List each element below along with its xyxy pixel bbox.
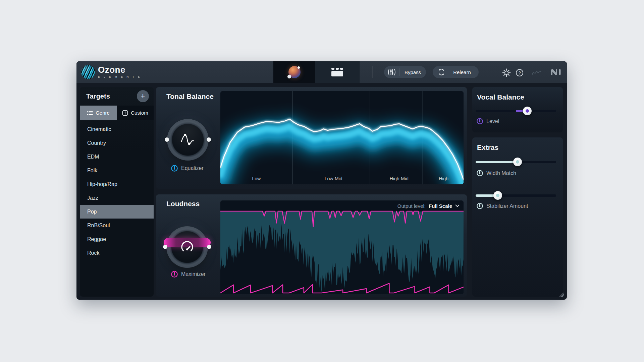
ozone-logo: Ozone E L E M E N T S <box>98 65 141 78</box>
bypass-label: Bypass <box>399 69 426 75</box>
extras-title: Extras <box>477 143 498 152</box>
tonal-balance-title: Tonal Balance <box>166 93 214 101</box>
band-left-dot <box>163 245 167 249</box>
slider-handle[interactable] <box>493 191 502 200</box>
ni-logo-icon[interactable] <box>550 68 562 76</box>
targets-title: Targets <box>86 93 110 100</box>
loudness-panel: Loudness Maximizer Output level: <box>156 194 467 297</box>
tonal-balance-graph: LowLow-MidHigh-MidHigh <box>220 91 464 184</box>
target-type-tabs: Genre Custom <box>80 106 154 120</box>
band-label-low: Low <box>252 176 261 181</box>
ozone-logo-icon <box>81 65 95 79</box>
vocal-level-label: Level <box>486 118 499 124</box>
genre-item-reggae[interactable]: Reggae <box>80 232 154 246</box>
output-level-dropdown[interactable]: Output level: Full Scale <box>397 201 460 210</box>
vocal-level-slider[interactable] <box>472 107 563 115</box>
tonal-balance-panel: Tonal Balance Equalizer <box>156 87 467 189</box>
band-label-high: High <box>439 176 448 181</box>
module-chain-icon <box>331 68 343 76</box>
stabilizer-power-icon[interactable] <box>476 202 483 209</box>
stabilizer-row: Stabilizer Amount <box>476 202 528 209</box>
maximizer-knob[interactable] <box>166 226 208 268</box>
stabilizer-amount-slider[interactable] <box>472 191 563 200</box>
genre-item-pop[interactable]: Pop <box>80 205 154 219</box>
genre-item-hip-hop-rap[interactable]: Hip-hop/Rap <box>80 177 154 191</box>
knob-min-dot <box>165 137 169 142</box>
output-level-value: Full Scale <box>429 203 452 209</box>
spectrum-curve <box>220 91 464 184</box>
tab-module-chain[interactable] <box>315 61 360 83</box>
output-level-label: Output level: <box>397 203 426 209</box>
slider-handle[interactable] <box>523 107 532 115</box>
knob-max-dot <box>207 137 211 142</box>
svg-text:?: ? <box>518 70 521 75</box>
genre-item-rock[interactable]: Rock <box>80 246 154 260</box>
signal-scribble-icon[interactable] <box>532 69 542 76</box>
genre-item-edm[interactable]: EDM <box>80 150 154 164</box>
bypass-button[interactable]: Bypass <box>384 66 426 78</box>
genre-tab-label: Genre <box>96 110 110 116</box>
genre-item-rnb-soul[interactable]: RnB/Soul <box>80 219 154 232</box>
stabilizer-label: Stabilizer Amount <box>486 203 528 209</box>
width-match-label: Width Match <box>486 170 516 176</box>
custom-add-icon <box>122 110 128 116</box>
relearn-button[interactable]: Relearn <box>433 66 479 78</box>
vocal-balance-title: Vocal Balance <box>477 93 524 101</box>
genre-item-country[interactable]: Country <box>80 136 154 150</box>
vocal-balance-panel: Vocal Balance Level <box>472 87 563 132</box>
chevron-down-icon <box>455 204 460 207</box>
topbar: Ozone E L E M E N T S <box>76 61 567 83</box>
equalizer-power-icon[interactable] <box>171 165 178 172</box>
tab-master-assistant[interactable] <box>273 61 315 83</box>
maximizer-label: Maximizer <box>181 271 206 277</box>
tab-custom[interactable]: Custom <box>117 106 154 120</box>
loudness-waveform <box>220 200 464 294</box>
resize-grip[interactable] <box>559 292 564 297</box>
maximizer-power-row: Maximizer <box>171 270 206 278</box>
eq-curve-icon <box>180 132 196 146</box>
view-tabstrip <box>273 61 360 83</box>
add-target-button[interactable]: + <box>137 90 149 102</box>
slider-handle[interactable] <box>513 158 522 166</box>
genre-item-jazz[interactable]: Jazz <box>80 191 154 205</box>
relearn-label: Relearn <box>445 69 479 75</box>
equalizer-knob[interactable] <box>167 119 209 161</box>
app-title: Ozone <box>98 65 141 74</box>
genre-list: CinematicCountryEDMFolkHip-hop/RapJazzPo… <box>80 122 154 260</box>
loudness-title: Loudness <box>166 200 200 208</box>
targets-sidebar: Targets + Genre Custom <box>80 87 154 297</box>
tab-genre[interactable]: Genre <box>80 106 117 120</box>
width-match-power-icon[interactable] <box>476 170 483 177</box>
equalizer-power-row: Equalizer <box>171 165 204 172</box>
width-match-slider[interactable] <box>472 158 563 166</box>
band-right-dot <box>207 245 211 249</box>
relearn-icon <box>437 68 445 76</box>
vocal-level-row: Level <box>476 118 499 125</box>
topbar-right-divider <box>546 67 546 77</box>
custom-tab-label: Custom <box>131 110 148 116</box>
genre-item-cinematic[interactable]: Cinematic <box>80 122 154 136</box>
equalizer-label: Equalizer <box>181 165 204 171</box>
gauge-icon <box>180 240 195 252</box>
width-match-row: Width Match <box>476 170 516 177</box>
genre-list-icon <box>87 111 93 115</box>
topbar-divider <box>372 66 373 78</box>
loudness-graph: Output level: Full Scale <box>220 200 464 294</box>
settings-gear-icon[interactable] <box>502 68 511 77</box>
bypass-icon <box>387 68 396 76</box>
ozone-window: Ozone E L E M E N T S <box>76 61 567 300</box>
app-subtitle: E L E M E N T S <box>98 75 141 78</box>
vocal-power-icon[interactable] <box>476 118 483 125</box>
help-icon[interactable]: ? <box>515 68 524 77</box>
master-assistant-icon <box>288 66 301 78</box>
genre-item-folk[interactable]: Folk <box>80 164 154 177</box>
band-label-low-mid: Low-Mid <box>325 176 342 181</box>
maximizer-power-icon[interactable] <box>171 270 178 278</box>
band-label-high-mid: High-Mid <box>390 176 409 181</box>
extras-panel: Extras Width Match Stabilizer Amount <box>472 137 563 297</box>
